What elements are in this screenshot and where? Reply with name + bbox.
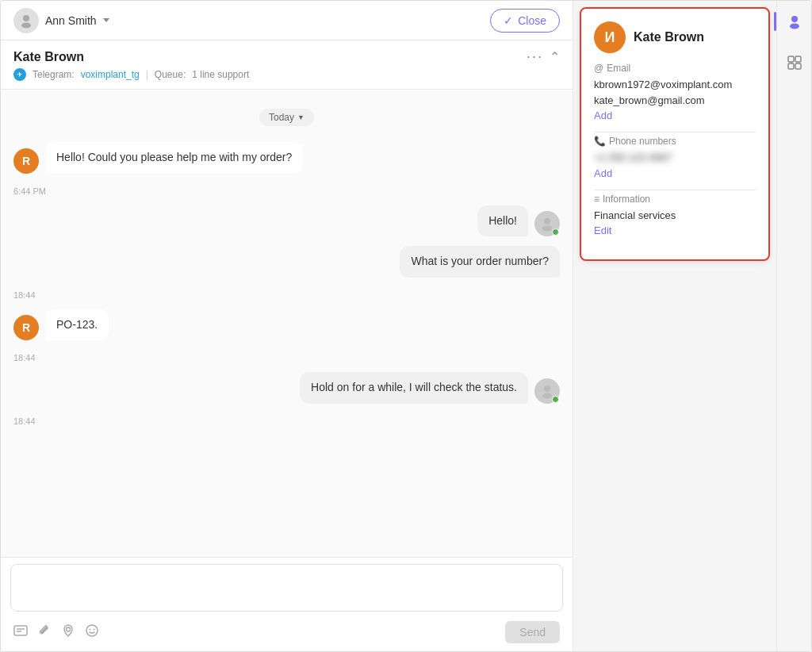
message-row: Hold on for a while, I will check the st…	[13, 372, 560, 404]
agent-avatar	[534, 211, 560, 236]
attach-icon[interactable]	[37, 623, 52, 641]
message-bubble: Hello!	[477, 205, 528, 237]
message-bubble: Hello! Could you please help me with my …	[45, 142, 303, 174]
meta-divider: |	[146, 69, 148, 80]
chat-header: Kate Brown ··· ⌃ ✈ Telegram: voximplant_…	[1, 40, 573, 90]
message-time: 18:44	[13, 416, 560, 426]
agent-name: Ann Smith	[45, 14, 97, 27]
date-badge: Today ▼	[259, 109, 314, 126]
separator	[594, 190, 756, 190]
date-label: Today	[269, 112, 294, 123]
svg-rect-15	[788, 56, 794, 62]
active-bar	[774, 12, 776, 31]
email-section: @ Email kbrown1972@voximplant.com kate_b…	[594, 63, 756, 122]
chat-messages: Today ▼ R Hello! Could you please help m…	[1, 90, 573, 557]
send-button[interactable]: Send	[505, 621, 560, 643]
svg-point-9	[67, 627, 71, 631]
agent-avatar	[13, 8, 39, 33]
svg-point-10	[86, 625, 98, 636]
message-time: 6:44 PM	[13, 186, 560, 196]
message-row: R Hello! Could you please help me with m…	[13, 142, 560, 174]
email-value: kbrown1972@voximplant.com kate_brown@gma…	[594, 77, 756, 108]
telegram-icon: ✈	[13, 68, 26, 81]
contact-name: Kate Brown	[13, 50, 84, 64]
input-toolbar: Send	[10, 615, 563, 645]
collapse-icon[interactable]: ⌃	[550, 49, 560, 64]
message-input[interactable]	[10, 564, 563, 612]
email-label: @ Email	[594, 63, 756, 74]
info-section: ≡ Information Financial services Edit	[594, 194, 756, 238]
edit-info-button[interactable]: Edit	[594, 224, 611, 236]
info-label: ≡ Information	[594, 194, 756, 205]
sidebar-item-contact[interactable]	[780, 7, 809, 36]
at-icon: @	[594, 63, 603, 74]
chat-input-area: Send	[1, 557, 573, 651]
svg-point-14	[790, 24, 799, 29]
svg-point-12	[94, 629, 95, 631]
info-icon: ≡	[594, 194, 599, 205]
message-row: Hello!	[13, 205, 560, 237]
phone-icon: 📞	[594, 136, 606, 147]
svg-point-2	[544, 218, 550, 224]
location-icon[interactable]	[61, 623, 75, 641]
telegram-label: Telegram:	[33, 69, 75, 80]
message-bubble: Hold on for a while, I will check the st…	[300, 372, 528, 404]
add-phone-button[interactable]: Add	[594, 167, 612, 179]
agent-selector[interactable]: Ann Smith	[13, 8, 109, 33]
emoji-alt-icon[interactable]	[13, 623, 28, 641]
message-time: 18:44	[13, 290, 560, 300]
svg-point-3	[542, 226, 552, 232]
right-panel-content: И Kate Brown @ Email kbrown1972@voximpla…	[573, 1, 776, 651]
card-header: И Kate Brown	[594, 21, 756, 53]
phone-value: +1 555 123 4567	[594, 150, 756, 166]
phone-number-blurred: +1 555 123 4567	[594, 150, 672, 166]
message-bubble: What is your order number?	[400, 246, 560, 278]
email1: kbrown1972@voximplant.com	[594, 77, 756, 93]
agent-avatar	[534, 378, 560, 404]
message-time: 18:44	[13, 353, 560, 362]
svg-point-0	[23, 15, 29, 21]
svg-point-11	[90, 629, 91, 631]
message-row: What is your order number?	[13, 246, 560, 278]
contact-card: И Kate Brown @ Email kbrown1972@voximpla…	[580, 7, 770, 261]
date-chevron-icon: ▼	[297, 113, 304, 121]
svg-rect-18	[795, 63, 801, 69]
avatar: R	[13, 148, 39, 174]
add-email-button[interactable]: Add	[594, 109, 612, 121]
sidebar-icons	[776, 1, 811, 651]
sidebar-item-apps[interactable]	[780, 48, 809, 77]
svg-point-13	[791, 16, 798, 22]
chat-meta: ✈ Telegram: voximplant_tg | Queue: 1 lin…	[13, 68, 560, 81]
online-indicator	[552, 396, 559, 403]
contact-avatar: И	[594, 21, 626, 53]
svg-point-5	[542, 393, 552, 398]
message-row: R PO-123.	[13, 309, 560, 341]
emoji-icon[interactable]	[85, 623, 99, 641]
svg-rect-16	[795, 56, 801, 62]
phone-label: 📞 Phone numbers	[594, 136, 756, 147]
main-chat-area: Ann Smith ✓ Close Kate Brown ··· ⌃ ✈ Tel…	[1, 1, 573, 651]
right-panel: И Kate Brown @ Email kbrown1972@voximpla…	[573, 1, 811, 651]
more-options-icon[interactable]: ···	[527, 48, 543, 65]
contact-card-name: Kate Brown	[634, 30, 704, 44]
phone-section: 📞 Phone numbers +1 555 123 4567 Add	[594, 136, 756, 180]
chat-header-actions: ··· ⌃	[527, 48, 560, 65]
close-button[interactable]: ✓ Close	[490, 9, 560, 33]
close-label: Close	[518, 14, 546, 27]
telegram-handle[interactable]: voximplant_tg	[81, 69, 140, 80]
svg-point-1	[21, 22, 31, 28]
svg-rect-17	[788, 63, 794, 69]
svg-point-4	[544, 385, 550, 392]
message-bubble: PO-123.	[45, 309, 109, 341]
queue-label: Queue:	[155, 69, 186, 80]
checkmark-icon: ✓	[504, 14, 513, 27]
separator	[594, 132, 756, 132]
input-icons	[13, 623, 99, 641]
email2: kate_brown@gmail.com	[594, 93, 756, 109]
svg-rect-6	[14, 626, 27, 635]
online-indicator	[552, 228, 559, 236]
date-divider: Today ▼	[13, 109, 560, 126]
chevron-down-icon	[103, 18, 109, 22]
top-header: Ann Smith ✓ Close	[1, 1, 573, 40]
queue-name: 1 line support	[192, 69, 249, 80]
